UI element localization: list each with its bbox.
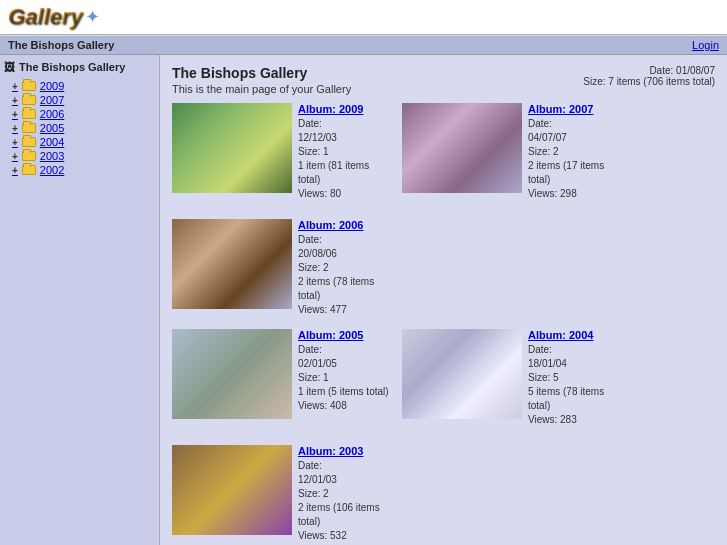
content-subtitle: This is the main page of your Gallery bbox=[172, 83, 351, 95]
sidebar-icon: 🖼 bbox=[4, 61, 15, 73]
album-thumb-2009[interactable] bbox=[172, 103, 292, 193]
album-title-2009[interactable]: Album: 2009 bbox=[298, 103, 392, 115]
album-title-2005[interactable]: Album: 2005 bbox=[298, 329, 392, 341]
album-info-2006: Album: 2006 Date:20/08/06 Size: 2 2 item… bbox=[298, 219, 392, 317]
album-title-2006[interactable]: Album: 2006 bbox=[298, 219, 392, 231]
gallery-title: The Bishops Gallery bbox=[8, 39, 114, 51]
sidebar-items: + 2009 + 2007 + 2006 + 2005 + 2004 + 200… bbox=[4, 79, 155, 177]
album-thumb-2006[interactable] bbox=[172, 219, 292, 309]
sidebar-year-label: 2004 bbox=[40, 136, 64, 148]
sidebar-year-label: 2002 bbox=[40, 164, 64, 176]
albums-row-1: Album: 2009 Date:12/12/03 Size: 1 1 item… bbox=[172, 103, 715, 325]
album-title-2004[interactable]: Album: 2004 bbox=[528, 329, 622, 341]
sidebar-year-label: 2005 bbox=[40, 122, 64, 134]
main-content: 🖼 The Bishops Gallery + 2009 + 2007 + 20… bbox=[0, 55, 727, 545]
sidebar-title-text: The Bishops Gallery bbox=[19, 61, 125, 73]
plus-icon: + bbox=[12, 151, 18, 162]
album-info-2005: Album: 2005 Date:02/01/05 Size: 1 1 item… bbox=[298, 329, 392, 427]
logo-icon: ✦ bbox=[85, 6, 100, 28]
meta-date: Date: 01/08/07 bbox=[583, 65, 715, 76]
album-thumb-2007[interactable] bbox=[402, 103, 522, 193]
plus-icon: + bbox=[12, 137, 18, 148]
album-item-2007: Album: 2007 Date:04/07/07 Size: 2 2 item… bbox=[402, 103, 622, 201]
album-info-2007: Album: 2007 Date:04/07/07 Size: 2 2 item… bbox=[528, 103, 622, 201]
meta-size: Size: 7 items (706 items total) bbox=[583, 76, 715, 87]
albums-row-2: Album: 2005 Date:02/01/05 Size: 1 1 item… bbox=[172, 329, 715, 545]
sidebar-year-label: 2003 bbox=[40, 150, 64, 162]
sidebar-title: 🖼 The Bishops Gallery bbox=[4, 61, 155, 73]
album-item-2003: Album: 2003 Date:12/01/03 Size: 2 2 item… bbox=[172, 445, 392, 543]
nav-bar: The Bishops Gallery Login bbox=[0, 35, 727, 55]
album-thumb-2005[interactable] bbox=[172, 329, 292, 419]
album-item-2006: Album: 2006 Date:20/08/06 Size: 2 2 item… bbox=[172, 219, 392, 317]
album-title-2003[interactable]: Album: 2003 bbox=[298, 445, 392, 457]
album-item-2009: Album: 2009 Date:12/12/03 Size: 1 1 item… bbox=[172, 103, 392, 201]
album-title-2007[interactable]: Album: 2007 bbox=[528, 103, 622, 115]
sidebar: 🖼 The Bishops Gallery + 2009 + 2007 + 20… bbox=[0, 55, 160, 545]
album-details-2007: Date:04/07/07 Size: 2 2 items (17 items … bbox=[528, 117, 622, 201]
sidebar-year-label: 2006 bbox=[40, 108, 64, 120]
logo-text: Gallery bbox=[8, 4, 83, 30]
login-link[interactable]: Login bbox=[692, 39, 719, 51]
album-details-2006: Date:20/08/06 Size: 2 2 items (78 items … bbox=[298, 233, 392, 317]
sidebar-item-2004[interactable]: + 2004 bbox=[4, 135, 155, 149]
sidebar-year-label: 2007 bbox=[40, 94, 64, 106]
folder-icon bbox=[22, 109, 36, 119]
folder-icon bbox=[22, 165, 36, 175]
sidebar-item-2003[interactable]: + 2003 bbox=[4, 149, 155, 163]
content-title: The Bishops Gallery bbox=[172, 65, 351, 81]
album-details-2004: Date:18/01/04 Size: 5 5 items (78 items … bbox=[528, 343, 622, 427]
content-meta: Date: 01/08/07 Size: 7 items (706 items … bbox=[583, 65, 715, 87]
plus-icon: + bbox=[12, 95, 18, 106]
plus-icon: + bbox=[12, 109, 18, 120]
albums-container: Album: 2009 Date:12/12/03 Size: 1 1 item… bbox=[172, 103, 715, 545]
content-area: The Bishops Gallery This is the main pag… bbox=[160, 55, 727, 545]
album-info-2003: Album: 2003 Date:12/01/03 Size: 2 2 item… bbox=[298, 445, 392, 543]
album-item-2004: Album: 2004 Date:18/01/04 Size: 5 5 item… bbox=[402, 329, 622, 427]
album-thumb-2004[interactable] bbox=[402, 329, 522, 419]
album-details-2009: Date:12/12/03 Size: 1 1 item (81 items t… bbox=[298, 117, 392, 201]
sidebar-item-2005[interactable]: + 2005 bbox=[4, 121, 155, 135]
sidebar-item-2009[interactable]: + 2009 bbox=[4, 79, 155, 93]
folder-icon bbox=[22, 151, 36, 161]
folder-icon bbox=[22, 81, 36, 91]
plus-icon: + bbox=[12, 165, 18, 176]
album-details-2003: Date:12/01/03 Size: 2 2 items (106 items… bbox=[298, 459, 392, 543]
plus-icon: + bbox=[12, 81, 18, 92]
content-header-left: The Bishops Gallery This is the main pag… bbox=[172, 65, 351, 95]
sidebar-item-2007[interactable]: + 2007 bbox=[4, 93, 155, 107]
folder-icon bbox=[22, 137, 36, 147]
album-info-2004: Album: 2004 Date:18/01/04 Size: 5 5 item… bbox=[528, 329, 622, 427]
sidebar-item-2006[interactable]: + 2006 bbox=[4, 107, 155, 121]
sidebar-year-label: 2009 bbox=[40, 80, 64, 92]
album-info-2009: Album: 2009 Date:12/12/03 Size: 1 1 item… bbox=[298, 103, 392, 201]
header: Gallery ✦ bbox=[0, 0, 727, 35]
album-thumb-2003[interactable] bbox=[172, 445, 292, 535]
logo-container: Gallery ✦ bbox=[8, 4, 719, 30]
album-item-2005: Album: 2005 Date:02/01/05 Size: 1 1 item… bbox=[172, 329, 392, 427]
album-details-2005: Date:02/01/05 Size: 1 1 item (5 items to… bbox=[298, 343, 392, 413]
sidebar-item-2002[interactable]: + 2002 bbox=[4, 163, 155, 177]
content-header: The Bishops Gallery This is the main pag… bbox=[172, 65, 715, 95]
folder-icon bbox=[22, 95, 36, 105]
folder-icon bbox=[22, 123, 36, 133]
plus-icon: + bbox=[12, 123, 18, 134]
